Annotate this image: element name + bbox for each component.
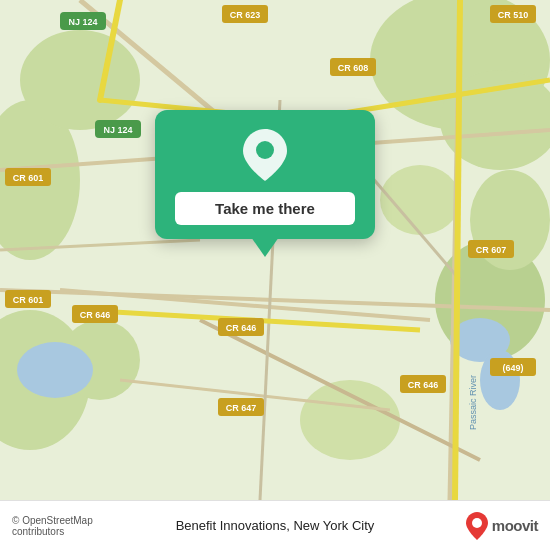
svg-point-57 bbox=[472, 518, 482, 528]
map-pin-icon bbox=[238, 128, 292, 182]
svg-text:CR 608: CR 608 bbox=[338, 63, 369, 73]
svg-text:CR 510: CR 510 bbox=[498, 10, 529, 20]
svg-text:CR 601: CR 601 bbox=[13, 295, 44, 305]
navigation-popup: Take me there bbox=[155, 110, 375, 239]
svg-text:CR 607: CR 607 bbox=[476, 245, 507, 255]
svg-text:CR 601: CR 601 bbox=[13, 173, 44, 183]
svg-point-11 bbox=[17, 342, 93, 398]
svg-text:CR 623: CR 623 bbox=[230, 10, 261, 20]
svg-point-56 bbox=[256, 141, 274, 159]
svg-text:CR 646: CR 646 bbox=[226, 323, 257, 333]
svg-point-10 bbox=[300, 380, 400, 460]
moovit-pin-icon bbox=[466, 512, 488, 540]
osm-attribution: © OpenStreetMap contributors bbox=[12, 515, 117, 537]
moovit-logo: moovit bbox=[433, 512, 538, 540]
svg-text:(649): (649) bbox=[502, 363, 523, 373]
map-container[interactable]: NJ 124 CR 623 CR 510 CR 608 NJ 124 CR 60… bbox=[0, 0, 550, 500]
svg-text:Passaic River: Passaic River bbox=[468, 375, 478, 430]
svg-text:NJ 124: NJ 124 bbox=[103, 125, 132, 135]
svg-text:CR 647: CR 647 bbox=[226, 403, 257, 413]
bottom-bar: © OpenStreetMap contributors Benefit Inn… bbox=[0, 500, 550, 550]
moovit-wordmark: moovit bbox=[492, 517, 538, 534]
svg-point-4 bbox=[20, 30, 140, 130]
svg-text:NJ 124: NJ 124 bbox=[68, 17, 97, 27]
take-me-there-button[interactable]: Take me there bbox=[175, 192, 355, 225]
svg-text:CR 646: CR 646 bbox=[408, 380, 439, 390]
location-label: Benefit Innovations, New York City bbox=[117, 518, 433, 533]
svg-text:CR 646: CR 646 bbox=[80, 310, 111, 320]
